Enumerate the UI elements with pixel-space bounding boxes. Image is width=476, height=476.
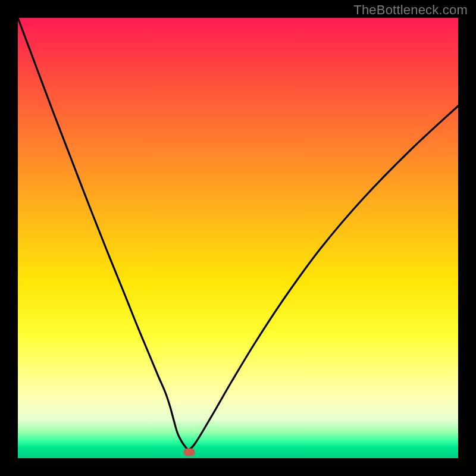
bottleneck-curve-path: [18, 18, 458, 450]
plot-area: [18, 18, 458, 458]
curve-svg: [18, 18, 458, 458]
watermark-label: TheBottleneck.com: [353, 2, 468, 18]
curve-minimum-marker: [184, 449, 195, 456]
chart-frame: TheBottleneck.com: [0, 0, 476, 476]
